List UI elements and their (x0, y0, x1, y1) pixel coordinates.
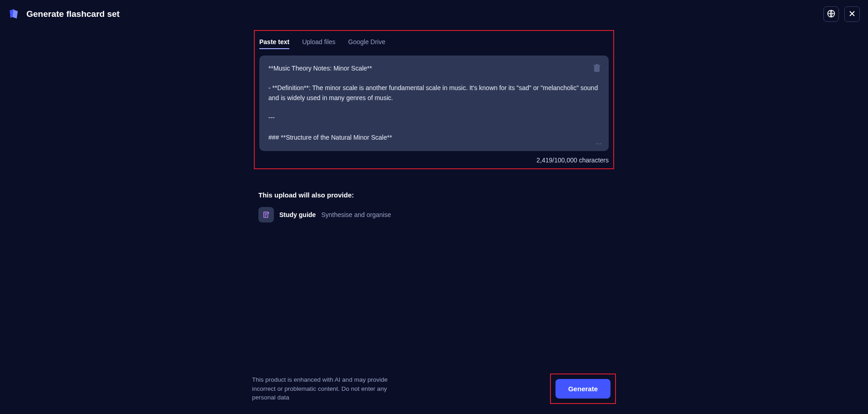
app-logo-icon (8, 8, 20, 20)
also-provide-section: This upload will also provide: Study gui… (254, 191, 614, 222)
tab-upload-files[interactable]: Upload files (302, 35, 335, 49)
text-input-panel[interactable]: **Music Theory Notes: Minor Scale** - **… (259, 56, 609, 151)
globe-button[interactable] (823, 6, 839, 22)
provide-item-study-guide: Study guide Synthesise and organise (258, 207, 610, 222)
provide-item-label: Study guide (279, 211, 316, 218)
input-highlight-region: Paste text Upload files Google Drive **M… (254, 30, 614, 169)
trash-icon (593, 66, 601, 73)
input-tabs: Paste text Upload files Google Drive (255, 35, 613, 49)
provide-item-desc: Synthesise and organise (321, 211, 391, 218)
footer: This product is enhanced with AI and may… (252, 374, 616, 404)
generate-button[interactable]: Generate (555, 379, 611, 399)
close-button[interactable] (844, 6, 860, 22)
character-count: 2,419/100,000 characters (255, 157, 609, 164)
study-guide-icon (258, 207, 274, 222)
main-content: Paste text Upload files Google Drive **M… (252, 30, 616, 222)
header-left: Generate flashcard set (8, 8, 120, 20)
close-icon (848, 9, 857, 20)
text-input-content[interactable]: **Music Theory Notes: Minor Scale** - **… (268, 64, 600, 143)
ai-disclaimer: This product is enhanced with AI and may… (252, 375, 407, 402)
resize-handle-icon[interactable]: ⋯ (595, 140, 602, 147)
clear-text-button[interactable] (593, 64, 601, 74)
tab-google-drive[interactable]: Google Drive (348, 35, 385, 49)
header: Generate flashcard set (0, 0, 868, 28)
page-title: Generate flashcard set (26, 9, 120, 19)
generate-highlight-region: Generate (550, 374, 616, 404)
globe-icon (827, 9, 836, 20)
tab-paste-text[interactable]: Paste text (259, 35, 289, 49)
also-provide-heading: This upload will also provide: (258, 191, 610, 199)
header-actions (823, 6, 860, 22)
